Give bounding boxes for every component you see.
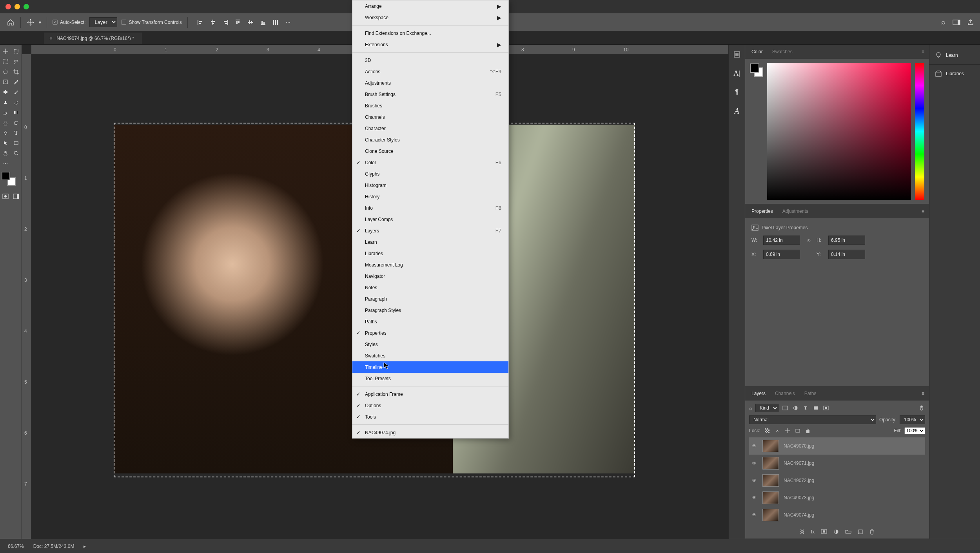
distribute-icon[interactable] <box>272 18 279 26</box>
visibility-toggle-icon[interactable]: 👁 <box>751 511 758 519</box>
history-panel-icon[interactable] <box>731 49 743 60</box>
maximize-window-button[interactable] <box>24 4 29 9</box>
blur-tool[interactable] <box>0 118 11 128</box>
menu-item-info[interactable]: InfoF8 <box>352 202 508 214</box>
lock-all-icon[interactable] <box>804 427 811 434</box>
color-field[interactable] <box>767 63 911 200</box>
edit-toolbar-button[interactable]: ⋯ <box>0 158 11 169</box>
status-menu-icon[interactable]: ▸ <box>83 544 86 549</box>
width-input[interactable] <box>763 236 800 245</box>
auto-select-target-dropdown[interactable]: Layer <box>89 17 117 27</box>
menu-item-character[interactable]: Character <box>352 123 508 134</box>
dodge-tool[interactable] <box>11 118 22 128</box>
more-align-icon[interactable]: ⋯ <box>284 18 292 26</box>
layers-tab[interactable]: Layers <box>750 391 767 396</box>
panel-menu-icon[interactable]: ≡ <box>922 391 924 396</box>
visibility-toggle-icon[interactable]: 👁 <box>751 442 758 450</box>
type-tool[interactable]: T <box>11 128 22 138</box>
lasso-tool[interactable] <box>11 56 22 67</box>
menu-item-navigator[interactable]: Navigator <box>352 270 508 282</box>
workspace-switcher-icon[interactable] <box>953 20 960 25</box>
menu-item-paths[interactable]: Paths <box>352 316 508 327</box>
menu-item-extensions[interactable]: Extensions▶ <box>352 39 508 50</box>
layer-row[interactable]: 👁NAC49071.jpg <box>749 455 925 472</box>
zoom-tool[interactable] <box>11 148 22 158</box>
layer-thumbnail[interactable] <box>762 457 779 470</box>
menu-item-options[interactable]: ✓Options <box>352 400 508 411</box>
brush-tool[interactable] <box>11 87 22 97</box>
layer-name[interactable]: NAC49071.jpg <box>784 461 814 466</box>
menu-item-styles[interactable]: Styles <box>352 339 508 350</box>
menu-item-application-frame[interactable]: ✓Application Frame <box>352 388 508 400</box>
menu-item-properties[interactable]: ✓Properties <box>352 327 508 339</box>
spot-heal-tool[interactable] <box>0 87 11 97</box>
menu-item-clone-source[interactable]: Clone Source <box>352 145 508 157</box>
menu-item-histogram[interactable]: Histogram <box>352 179 508 191</box>
menu-item-3d[interactable]: 3D <box>352 54 508 66</box>
layer-name[interactable]: NAC49074.jpg <box>784 512 814 518</box>
layer-thumbnail[interactable] <box>762 474 779 487</box>
menu-item-glyphs[interactable]: Glyphs <box>352 168 508 179</box>
menu-item-measurement-log[interactable]: Measurement Log <box>352 259 508 270</box>
filter-smart-icon[interactable] <box>822 404 829 412</box>
menu-item-color[interactable]: ✓ColorF6 <box>352 157 508 168</box>
hand-tool[interactable] <box>0 148 11 158</box>
lock-artboard-icon[interactable] <box>794 427 801 434</box>
menu-item-notes[interactable]: Notes <box>352 282 508 293</box>
new-group-icon[interactable] <box>845 529 851 535</box>
filter-search-icon[interactable]: ⌕ <box>749 405 752 411</box>
move-tool-dropdown-icon[interactable]: ▾ <box>39 20 41 25</box>
libraries-button[interactable]: Libraries <box>929 66 980 81</box>
menu-item-libraries[interactable]: Libraries <box>352 248 508 259</box>
blend-mode-dropdown[interactable]: Normal <box>749 415 876 424</box>
menu-item-brush-settings[interactable]: Brush SettingsF5 <box>352 89 508 100</box>
eyedropper-tool[interactable] <box>11 77 22 87</box>
menu-item-paragraph-styles[interactable]: Paragraph Styles <box>352 305 508 316</box>
delete-layer-icon[interactable] <box>869 529 874 535</box>
opacity-dropdown[interactable]: 100% <box>900 415 925 424</box>
layer-row[interactable]: 👁NAC49070.jpg <box>749 437 925 455</box>
align-center-h-icon[interactable] <box>209 18 217 26</box>
align-top-icon[interactable] <box>234 18 242 26</box>
menu-item-tools[interactable]: ✓Tools <box>352 411 508 422</box>
new-layer-icon[interactable] <box>858 529 863 535</box>
auto-select-checkbox[interactable]: ✓ Auto-Select: <box>53 20 85 25</box>
close-window-button[interactable] <box>5 4 11 9</box>
y-input[interactable] <box>828 250 865 259</box>
lock-transparency-icon[interactable] <box>764 427 771 434</box>
document-tab[interactable]: × NAC49074.jpg @ 66.7% (RGB/16*) * <box>44 33 142 44</box>
artboard-tool[interactable] <box>11 46 22 56</box>
layer-name[interactable]: NAC49070.jpg <box>784 443 814 449</box>
foreground-color-swatch[interactable] <box>2 172 10 180</box>
document-size[interactable]: Doc: 27.5M/243.0M <box>33 544 74 549</box>
history-brush-tool[interactable] <box>11 97 22 107</box>
height-input[interactable] <box>828 236 865 245</box>
gradient-tool[interactable] <box>11 107 22 118</box>
learn-button[interactable]: Learn <box>929 48 980 63</box>
clone-stamp-tool[interactable] <box>0 97 11 107</box>
menu-item-layer-comps[interactable]: Layer Comps <box>352 214 508 225</box>
align-right-icon[interactable] <box>221 18 229 26</box>
menu-item-character-styles[interactable]: Character Styles <box>352 134 508 145</box>
close-tab-icon[interactable]: × <box>49 35 53 42</box>
filter-shape-icon[interactable] <box>812 404 819 412</box>
search-icon[interactable]: ⌕ <box>941 18 946 26</box>
panel-menu-icon[interactable]: ≡ <box>922 209 924 214</box>
filter-pixel-icon[interactable] <box>782 404 789 412</box>
menu-item-workspace[interactable]: Workspace▶ <box>352 12 508 23</box>
zoom-level[interactable]: 66.67% <box>8 544 24 549</box>
color-tab[interactable]: Color <box>750 49 764 54</box>
filter-adjust-icon[interactable] <box>792 404 799 412</box>
paths-tab[interactable]: Paths <box>803 391 818 396</box>
menu-item-adjustments[interactable]: Adjustments <box>352 77 508 89</box>
home-button[interactable] <box>6 18 15 27</box>
visibility-toggle-icon[interactable]: 👁 <box>751 477 758 484</box>
screen-mode-button[interactable] <box>11 191 22 201</box>
align-left-icon[interactable] <box>196 18 204 26</box>
paragraph-panel-icon[interactable]: ¶ <box>731 86 743 98</box>
layer-mask-icon[interactable] <box>821 529 827 535</box>
glyphs-panel-icon[interactable]: A <box>731 105 743 117</box>
minimize-window-button[interactable] <box>15 4 20 9</box>
color-fg-bg-swatch[interactable] <box>750 63 763 77</box>
menu-item-swatches[interactable]: Swatches <box>352 350 508 361</box>
